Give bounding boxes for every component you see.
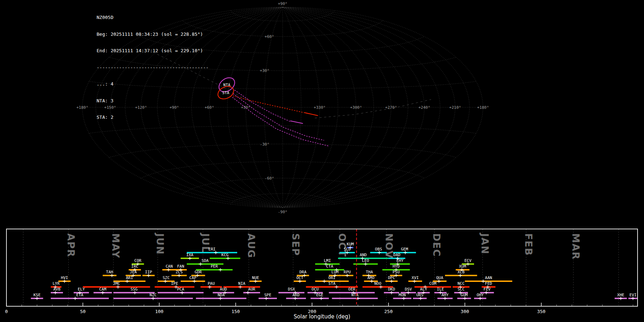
shower-label-GDR: GDR xyxy=(195,270,202,274)
shower-label-XUM: XUM xyxy=(459,264,466,269)
shower-label-DRA: DRA xyxy=(299,270,307,274)
x-axis-title: Solar longitude (deg) xyxy=(6,313,638,320)
shower-label-KCG: KCG xyxy=(221,253,229,257)
lon-label: +330° xyxy=(314,105,326,110)
shower-label-SCC: SCC xyxy=(458,287,465,292)
lon-label: +240° xyxy=(418,105,430,110)
shower-label-NZC: NZC xyxy=(150,293,157,297)
separator-line: ---------------------------------------- xyxy=(97,65,209,70)
month-label-AUG: AUG xyxy=(246,233,257,258)
lat-label: -30° xyxy=(260,142,269,147)
shower-label-CAM: CAM xyxy=(99,287,106,292)
month-label-MAR: MAR xyxy=(570,233,581,260)
lon-label: +210° xyxy=(449,105,461,110)
month-label-NOV: NOV xyxy=(384,233,395,259)
shower-label-XCB: XCB xyxy=(458,270,465,274)
shower-label-ERI: ERI xyxy=(209,247,216,252)
shower-label-OBS: OBS xyxy=(375,247,382,252)
shower-label-JMC: JMC xyxy=(113,281,120,286)
reference-plane-line xyxy=(315,99,431,118)
shower-label-NDA: NDA xyxy=(218,293,225,297)
radiant-label-STA: STA xyxy=(222,91,229,95)
shower-label-IRC: IRC xyxy=(131,264,138,269)
shower-label-SZC: SZC xyxy=(162,275,170,280)
shower-label-ZCS: ZCS xyxy=(176,270,183,274)
shower-label-AND: AND xyxy=(360,253,367,257)
lon-label: +180° xyxy=(76,105,88,110)
shower-label-EHY: EHY xyxy=(396,258,404,263)
shower-label-IXA: IXA xyxy=(186,253,194,257)
shower-label-KUM: KUM xyxy=(347,242,354,247)
shower-label-AVB: AVB xyxy=(53,287,60,292)
graticule-meridian xyxy=(283,7,469,208)
month-label-DEC: DEC xyxy=(431,233,442,257)
shower-label-NTA: NTA xyxy=(351,293,358,297)
month-label-JUN: JUN xyxy=(155,233,166,255)
meteor-trail-1 xyxy=(305,113,318,116)
shower-label-LMI: LMI xyxy=(324,258,331,263)
shower-label-AUR: AUR xyxy=(248,287,255,292)
shower-label-ORI: ORI xyxy=(328,275,336,280)
shower-label-TAH: TAH xyxy=(106,270,113,274)
shower-label-CAP: CAP xyxy=(189,275,196,280)
shower-label-OHY: OHY xyxy=(477,293,484,297)
shower-label-OER: OER xyxy=(348,287,355,292)
shower-label-GUM: GUM xyxy=(460,293,468,297)
shower-label-IPE: IPE xyxy=(171,281,178,286)
shower-label-STA: STA xyxy=(328,281,336,286)
shower-label-NCC: NCC xyxy=(458,281,465,286)
shower-label-SLD: SLD xyxy=(344,247,351,252)
meteor-trail-5 xyxy=(233,97,328,146)
shower-label-EVI: EVI xyxy=(629,293,636,297)
month-label-OCT: OCT xyxy=(337,233,348,257)
shower-label-COM: COM xyxy=(429,281,436,286)
shower-label-HYD: HYD xyxy=(392,264,400,269)
month-label-JAN: JAN xyxy=(479,233,491,255)
shower-label-AAN: AAN xyxy=(485,275,492,280)
shower-label-RPU: RPU xyxy=(344,270,351,274)
begin-time-line: Beg: 20251111 08:34:23 (sol = 228.85°) xyxy=(97,31,209,37)
shower-label-IIP: IIP xyxy=(145,270,152,274)
shower-label-PSU: PSU xyxy=(392,270,400,274)
shower-label-PER: PER xyxy=(211,264,218,269)
shower-label-XVI: XVI xyxy=(412,275,419,280)
meteor-trail-4 xyxy=(233,94,324,140)
radiant-map-screen: { "header": { "lines": [ "NZ005D", "Beg:… xyxy=(0,0,644,322)
shower-label-FED: FED xyxy=(485,281,492,286)
lat-label: +30° xyxy=(260,68,269,73)
shower-label-FAN: FAN xyxy=(177,264,184,269)
shower-label-ARI: ARI xyxy=(126,275,133,280)
shower-label-DPC: DPC xyxy=(388,275,395,280)
end-time-line: End: 20251111 14:37:12 (sol = 229.10°) xyxy=(97,48,209,54)
shower-label-FEV: FEV xyxy=(483,287,491,292)
count-sporadic: ...: 4 xyxy=(97,81,209,87)
lon-label: +300° xyxy=(350,105,362,110)
shower-label-THA: THA xyxy=(366,270,373,274)
shower-label-ECV: ECV xyxy=(464,258,472,263)
graticule-meridian xyxy=(228,7,283,208)
month-label-APR: APR xyxy=(65,233,77,257)
shower-label-AUD: AUD xyxy=(220,287,227,292)
shower-label-SDA: SDA xyxy=(201,258,209,263)
lon-label: +180° xyxy=(477,105,489,110)
count-nta: NTA: 3 xyxy=(97,98,209,104)
shower-label-PAU: PAU xyxy=(208,281,215,286)
shower-label-OCT: OCT xyxy=(296,275,303,280)
shower-label-DSV: DSV xyxy=(405,287,412,292)
shower-label-OCU: OCU xyxy=(312,287,319,292)
count-sta: STA: 2 xyxy=(97,114,209,120)
shower-label-URS: URS xyxy=(416,293,423,297)
lat-label: -60° xyxy=(265,176,274,181)
shower-label-LUM: LUM xyxy=(331,270,338,274)
meteor-trail-3 xyxy=(291,121,303,123)
shower-label-CAN: CAN xyxy=(166,264,173,269)
shower-label-NOO: NOO xyxy=(374,281,381,286)
shower-label-NUE: NUE xyxy=(252,275,259,280)
shower-label-DSX: DSX xyxy=(288,287,295,292)
shower-label-LYR: LYR xyxy=(53,281,60,286)
shower-label-GEM: GEM xyxy=(401,247,408,252)
shower-label-XHE: XHE xyxy=(617,293,624,297)
lat-label: +90° xyxy=(278,1,288,6)
shower-label-SSG: SSG xyxy=(131,287,138,292)
shower-label-COR: COR xyxy=(134,258,141,263)
